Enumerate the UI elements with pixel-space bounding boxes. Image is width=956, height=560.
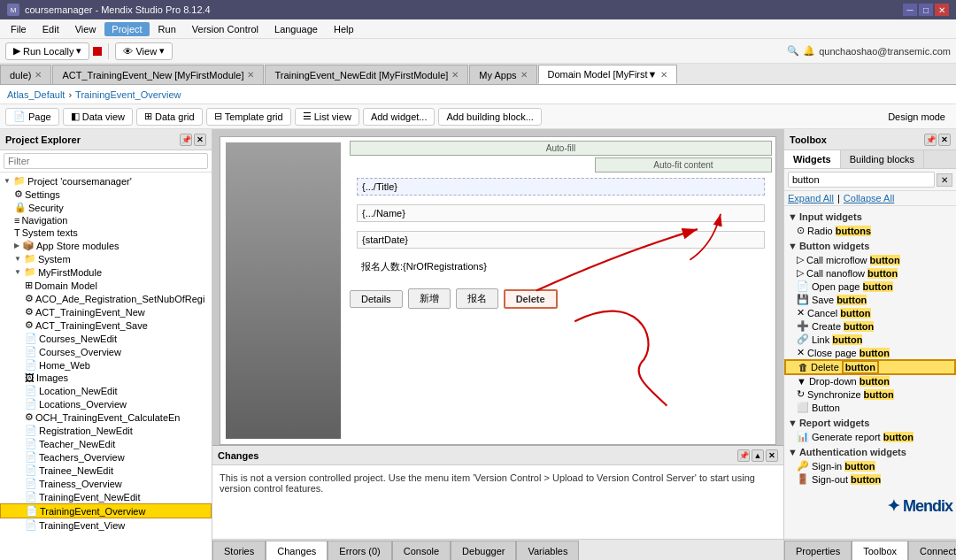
sidebar-search-input[interactable] (4, 153, 208, 169)
tree-item-och[interactable]: ⚙ OCH_TrainingEvent_CalculateEn (0, 410, 212, 424)
tab-4-close[interactable]: ✕ (660, 70, 667, 80)
toolbox-bottom-tab-connector[interactable]: Connector (908, 541, 956, 560)
tree-item-act-save[interactable]: ⚙ ACT_TrainingEvent_Save (0, 318, 212, 332)
data-view-button[interactable]: ◧ Data view (63, 108, 133, 126)
toolbox-tab-building-blocks[interactable]: Building blocks (841, 150, 924, 168)
menu-help[interactable]: Help (327, 22, 361, 36)
tab-changes[interactable]: Changes (266, 541, 328, 560)
breadcrumb-part-2[interactable]: TrainingEvent_Overview (75, 89, 181, 100)
changes-pin-button[interactable]: 📌 (737, 449, 750, 462)
menu-run[interactable]: Run (151, 22, 183, 36)
toolbox-bottom-tab-toolbox[interactable]: Toolbox (852, 541, 908, 560)
toolbox-close-button[interactable]: ✕ (938, 134, 951, 146)
page-button[interactable]: 📄 Page (5, 108, 59, 126)
tree-item-settings[interactable]: ⚙ Settings (0, 188, 212, 201)
register-button[interactable]: 报名 (456, 288, 498, 309)
tree-item-act-new[interactable]: ⚙ ACT_TrainingEvent_New (0, 305, 212, 318)
add-button[interactable]: 新增 (408, 288, 451, 309)
collapse-all-label[interactable]: Collapse All (844, 193, 894, 203)
maximize-button[interactable]: □ (919, 4, 933, 16)
tree-item-navigation[interactable]: ≡ Navigation (0, 214, 212, 226)
breadcrumb-part-1[interactable]: Atlas_Default (7, 89, 65, 100)
template-grid-button[interactable]: ⊟ Template grid (206, 108, 291, 126)
tab-2[interactable]: TrainingEvent_NewEdit [MyFirstModule] ✕ (265, 65, 468, 84)
expand-all-label[interactable]: Expand All (788, 193, 834, 203)
tree-item-courses-overview[interactable]: 📄 Courses_Overview (0, 345, 212, 358)
toolbox-bottom-tab-properties[interactable]: Properties (784, 541, 852, 560)
view-button[interactable]: 👁 View ▾ (115, 42, 173, 60)
tree-item-images[interactable]: 🖼 Images (0, 372, 212, 384)
add-widget-button[interactable]: Add widget... (363, 108, 436, 126)
tree-item-system-texts[interactable]: T System texts (0, 226, 212, 239)
toolbox-item-open-page[interactable]: 📄 Open page button (784, 280, 956, 293)
close-button[interactable]: ✕ (935, 4, 949, 16)
toolbox-item-call-nanoflow[interactable]: ▷ Call nanoflow button (784, 266, 956, 280)
changes-close-button[interactable]: ✕ (766, 449, 778, 462)
toolbox-search-clear-button[interactable]: ✕ (937, 173, 952, 187)
notification-icon[interactable]: 🔔 (803, 45, 815, 57)
toolbox-search-input[interactable] (788, 172, 935, 188)
toolbox-item-generate-report[interactable]: 📊 Generate report button (784, 430, 956, 443)
list-view-button[interactable]: ☰ List view (295, 108, 359, 126)
add-building-block-button[interactable]: Add building block... (438, 108, 541, 126)
tab-1[interactable]: ACT_TrainingEvent_New [MyFirstModule] ✕ (52, 65, 264, 84)
tree-item-locations-overview[interactable]: 📄 Locations_Overview (0, 397, 212, 410)
search-icon[interactable]: 🔍 (787, 45, 799, 57)
tab-4[interactable]: Domain Model [MyFirst▼ ✕ (538, 65, 678, 84)
toolbox-item-dropdown[interactable]: ▼ Drop-down button (784, 375, 956, 387)
tab-1-close[interactable]: ✕ (247, 70, 254, 80)
toolbox-item-radio-buttons[interactable]: ⊙ Radio buttons (784, 224, 956, 237)
toolbox-item-close-page[interactable]: ✕ Close page button (784, 346, 956, 359)
tree-item-courses-newedit[interactable]: 📄 Courses_NewEdit (0, 332, 212, 345)
tab-console[interactable]: Console (392, 541, 451, 560)
data-grid-button[interactable]: ⊞ Data grid (136, 108, 203, 126)
tab-errors[interactable]: Errors (0) (328, 541, 391, 560)
registrations-field[interactable]: 报名人数:{NrOfRegistrations} (357, 257, 491, 276)
tree-item-app-store[interactable]: ▶ 📦 App Store modules (0, 239, 212, 252)
menu-edit[interactable]: Edit (35, 22, 66, 36)
tree-item-project[interactable]: ▼ 📁 Project 'coursemanager' (0, 174, 212, 188)
toolbox-item-sign-in[interactable]: 🔑 Sign-in button (784, 459, 956, 472)
toolbox-item-call-microflow[interactable]: ▷ Call microflow button (784, 253, 956, 266)
tree-item-trainingevent-newedit[interactable]: 📄 TrainingEvent_NewEdit (0, 490, 212, 503)
tree-item-teachers-overview[interactable]: 📄 Teachers_Overview (0, 450, 212, 464)
toolbox-tab-widgets[interactable]: Widgets (784, 150, 841, 168)
menu-version-control[interactable]: Version Control (185, 22, 266, 36)
toolbox-item-sign-out[interactable]: 🚪 Sign-out button (784, 472, 956, 486)
tab-3[interactable]: My Apps ✕ (469, 65, 536, 84)
minimize-button[interactable]: ─ (903, 4, 917, 16)
tree-item-home-web[interactable]: 📄 Home_Web (0, 358, 212, 372)
menu-project[interactable]: Project (104, 22, 149, 36)
tree-item-domain-model[interactable]: ⊞ Domain Model (0, 279, 212, 292)
toolbox-item-save[interactable]: 💾 Save button (784, 293, 956, 306)
tree-item-aco[interactable]: ⚙ ACO_Ade_Registration_SetNubOfRegi (0, 292, 212, 305)
date-field[interactable]: {startDate} (357, 231, 765, 249)
toolbox-item-link[interactable]: 🔗 Link button (784, 333, 956, 346)
tree-item-myfirstmodule[interactable]: ▼ 📁 MyFirstModule (0, 265, 212, 279)
tab-2-close[interactable]: ✕ (451, 70, 459, 80)
toolbox-item-button[interactable]: ⬜ Button (784, 401, 956, 414)
tree-item-registration[interactable]: 📄 Registration_NewEdit (0, 424, 212, 437)
tree-item-system[interactable]: ▼ 📁 System (0, 252, 212, 265)
changes-expand-button[interactable]: ▲ (752, 449, 764, 462)
sidebar-pin-button[interactable]: 📌 (180, 134, 192, 146)
name-field[interactable]: {.../Name} (357, 204, 765, 222)
toolbox-item-delete[interactable]: 🗑 Delete button (784, 359, 956, 375)
menu-language[interactable]: Language (267, 22, 325, 36)
toolbox-item-synchronize[interactable]: ↻ Synchronize button (784, 387, 956, 401)
sidebar-close-button[interactable]: ✕ (194, 134, 206, 146)
delete-button[interactable]: Delete (504, 289, 558, 309)
details-button[interactable]: Details (350, 290, 403, 308)
toolbox-item-cancel[interactable]: ✕ Cancel button (784, 306, 956, 319)
tab-variables[interactable]: Variables (516, 541, 579, 560)
toolbox-pin-button[interactable]: 📌 (924, 134, 937, 146)
tree-item-trainess-overview[interactable]: 📄 Trainess_Overview (0, 477, 212, 490)
tab-stories[interactable]: Stories (212, 541, 266, 560)
tree-item-teacher-newedit[interactable]: 📄 Teacher_NewEdit (0, 437, 212, 450)
tab-debugger[interactable]: Debugger (451, 541, 516, 560)
title-field[interactable]: {.../Title} (357, 178, 765, 196)
tree-item-trainingevent-overview[interactable]: 📄 TrainingEvent_Overview (0, 503, 212, 518)
run-locally-button[interactable]: ▶ Run Locally ▾ (5, 42, 89, 60)
tab-0-close[interactable]: ✕ (35, 70, 42, 80)
menu-view[interactable]: View (68, 22, 104, 36)
